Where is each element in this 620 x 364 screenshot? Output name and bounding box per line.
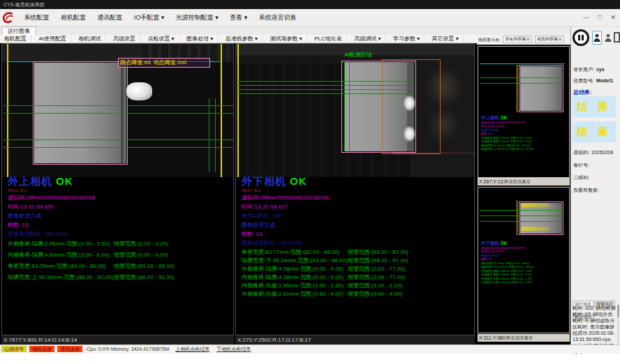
maximize-button[interactable]: □ <box>598 14 602 21</box>
thumb-result-text: 外上相机 OK 虚拟码:Offline20250208133134728 时间:… <box>481 115 570 151</box>
thumb-view-upper: 静态阈值:93, 动态阈值:100 外上相机 OK 虚拟码:Offline202… <box>478 46 570 178</box>
tab-strip: 运行图像 <box>0 26 570 35</box>
tab-run-image[interactable]: 运行图像 <box>1 26 36 35</box>
tool-camera-config[interactable]: 相机配置 <box>0 35 31 43</box>
ai-area-label: AI检测区域 <box>344 51 372 59</box>
menu-comm-config[interactable]: 通讯配置 <box>97 9 122 26</box>
camera-image-upper: 静态阈值:93, 动态阈值:100 <box>2 44 233 177</box>
result-ok: OK <box>56 175 73 187</box>
tool-ai-config[interactable]: AI使用配置 <box>34 35 71 43</box>
window-title: CYS-视觉检测系统 <box>3 2 45 7</box>
plc-address-text: M61C.8(1) <box>242 188 261 192</box>
process-elapsed: 图像处理耗时: 256.00ms <box>8 230 69 238</box>
negative-tab-count-label: 负极耳数量: <box>573 187 599 194</box>
tool-advanced-settings[interactable]: 高级设置 <box>109 35 140 43</box>
value-label-tiny <box>522 227 549 231</box>
lower-camera-check-link[interactable]: 下相机点检结果 <box>216 347 251 351</box>
process-done: 图像处理完成 <box>8 212 41 220</box>
user-icon <box>605 33 612 43</box>
minimize-button[interactable]: — <box>583 14 589 21</box>
camera-view-lower: AI检测区域 外下相机OK M61C.8(1) 虚拟码:Offline20250… <box>235 43 475 335</box>
menubar: 系统配置 相机配置 通讯配置 IO手配置 ▾ 光源控制配置 ▾ 查看 ▾ 系统语… <box>0 9 620 26</box>
virtual-code: 虚拟码:Offline20250208133134728 <box>8 194 95 202</box>
result-box-upper: 结 果 <box>573 96 616 117</box>
cpu-memory-text: Cpu: 0.0% Memory: 3424.41796875M <box>87 347 169 351</box>
guide-line-green <box>480 83 563 84</box>
guide-line-green <box>480 77 563 78</box>
virtual-code-row: 虚拟码:20250208 <box>573 149 613 156</box>
menu-system-config[interactable]: 系统配置 <box>24 9 49 26</box>
thumb-header-label: 画面显示点: <box>478 38 501 42</box>
guide-line-cyan <box>480 63 565 64</box>
threshold-label-tiny: 静态阈值:93, 动态阈值:100 <box>522 67 562 71</box>
guide-line-yellow <box>221 44 222 177</box>
titlebar: CYS-视觉检测系统 <box>0 0 620 9</box>
guide-line-green <box>480 221 563 222</box>
threshold-label-box: 静态阈值:93, 动态阈值:100 <box>118 58 210 68</box>
tool-other-settings[interactable]: 其它设置 ▾ <box>428 35 464 43</box>
exit-button[interactable] <box>613 31 620 44</box>
guide-line-green <box>480 210 563 211</box>
virtual-code: 虚拟码:Offline20250208133134728 <box>242 194 329 202</box>
tab-show-all-content[interactable]: 所有内容展示 <box>503 36 532 43</box>
thumb-result-text: 外下相机 OK 虚拟码:Offline20250208133134728 时间:… <box>481 241 570 285</box>
plc-address-text: M61C.8(1) <box>8 188 27 192</box>
measurement-row: 隔膜宽度-上:90.56mm 范围:(88.00 - 92.00)报警范围:(8… <box>8 273 233 281</box>
close-button[interactable]: ✕ <box>610 14 616 21</box>
user-icon <box>593 33 600 43</box>
process-elapsed: 图像处理耗时: 182.00ms <box>242 239 303 247</box>
menu-io-config[interactable]: IO手配置 ▾ <box>134 9 165 26</box>
log-scrollbar[interactable] <box>617 305 619 344</box>
engineer-user-button[interactable] <box>604 33 612 43</box>
exit-door-icon <box>614 32 620 43</box>
tool-advanced-debug[interactable]: 高级调试 ▾ <box>350 35 385 43</box>
login-user-row: 登录用户:cys <box>573 66 605 73</box>
window-controls: — □ ✕ <box>576 9 616 26</box>
tool-plc-address[interactable]: PLC地址表 <box>310 35 347 43</box>
app-logo-icon <box>2 11 15 24</box>
tool-spot-check[interactable]: 点检设置 ▾ <box>143 35 179 43</box>
guide-line-green <box>480 215 563 216</box>
tab-highlight <box>404 96 415 111</box>
measurement-row: 隔膜宽度-下:95.24mm 范围:(93.00 - 98.00)报警范围:(9… <box>242 257 474 264</box>
detection-roi-box <box>519 65 563 112</box>
total-result-label: 总结果: <box>573 89 592 96</box>
menu-light-config[interactable]: 光源控制配置 ▾ <box>176 9 219 26</box>
camera-result-title: 外下相机OK <box>242 175 307 188</box>
qr-code-label: 二维码: <box>573 174 589 181</box>
operator-user-button[interactable] <box>592 31 602 45</box>
mouse-pixel-status-thumb-upper: X:267;Y:13;R:0;G:0;B:0 <box>478 178 570 185</box>
tool-image-processing[interactable]: 图像处理 ▾ <box>182 35 218 43</box>
measurement-row: 骨桥宽度:83.05mm 范围:(80.00 - 86.00)报警范围:(81.… <box>8 262 233 270</box>
virtual-code-value: 20250208 <box>591 150 613 155</box>
guide-line-red <box>392 153 474 153</box>
result-ok: OK <box>290 175 307 187</box>
menu-language-switch[interactable]: 系统语言切换 <box>259 9 297 26</box>
tool-camera-debug[interactable]: 相机调试 <box>74 35 105 43</box>
comm-connection-badge: 通讯连接 <box>57 346 82 352</box>
winder-number-label: 卷针号: <box>573 162 589 169</box>
process-done: 图像处理完成 <box>242 221 275 229</box>
tab-show-screen-content[interactable]: 画面内容展示 <box>535 36 564 43</box>
menu-camera-config[interactable]: 相机配置 <box>61 9 86 26</box>
measurement-row: 外侧骨桥-隔膜:2.95mm 范围:(2.00 - 3.50)报警范围:(2.2… <box>8 240 233 248</box>
mouse-pixel-status-lower: X:270;Y:2502;R:17;G:17;B:17 <box>235 335 475 344</box>
frame-count: 帧数: 13 <box>8 221 28 229</box>
camera-name: 外下相机 <box>242 175 286 187</box>
tool-test-params[interactable]: 测试项参数 ▾ <box>265 35 307 43</box>
camera-result-title: 外上相机OK <box>8 175 73 188</box>
threshold-label: 静态阈值:93, 动态阈值:100 <box>119 59 209 67</box>
measurement-row: 内侧骨桥-负极:1.90mm 范围:(1.00 - 2.20)报警范围:(1.1… <box>242 282 474 289</box>
guide-line-yellow <box>517 200 517 235</box>
mouse-pixel-status-thumb-lower: X:311;Y:980;R:0;G:0;B:0 <box>478 334 570 342</box>
upper-camera-check-link[interactable]: 上相机点检结果 <box>175 347 209 351</box>
menu-view[interactable]: 查看 ▾ <box>230 9 247 26</box>
tool-learning-params[interactable]: 学习参数 ▾ <box>389 35 425 43</box>
ai-elapsed: 使用AI耗时: 166 <box>242 212 281 220</box>
virtual-code-label: 虚拟码: <box>573 150 589 155</box>
measurement-row: 内侧骨桥-隔膜:4.38mm 范围:(0.00 - 9.00)报警范围:(2.0… <box>242 273 474 281</box>
pause-button[interactable] <box>573 29 589 46</box>
capture-time: 时间:13-31-59-650 <box>8 203 54 211</box>
mouse-pixel-status-upper: X:7677;Y:891;R:14;G:14;B:14 <box>1 335 234 344</box>
tool-baseline-params[interactable]: 基准线参数 ▾ <box>221 35 263 43</box>
